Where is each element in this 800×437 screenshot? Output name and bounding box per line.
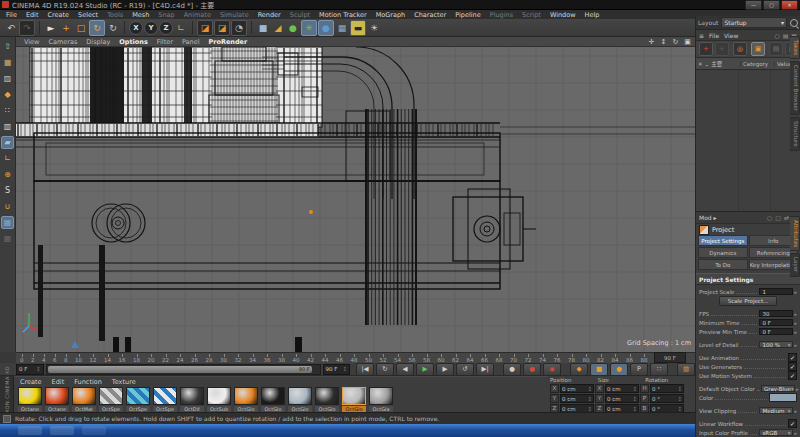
material-swatch[interactable]: OctSpe [125, 387, 151, 412]
attribute-mode-menu[interactable]: Mod ▸ [699, 214, 717, 221]
light-icon[interactable]: ☀ [367, 21, 381, 35]
edges-mode-icon[interactable]: ▥ [1, 120, 14, 133]
menu-item[interactable]: Snap [158, 11, 174, 19]
material-preview[interactable] [153, 387, 177, 405]
attribute-tab[interactable]: Project Settings [698, 235, 748, 246]
camera-icon[interactable]: ▬ [350, 20, 366, 36]
checkbox[interactable]: ✓ [788, 362, 797, 371]
viewport-menu-item[interactable]: ProRender [208, 38, 247, 46]
menu-item[interactable]: Mesh [132, 11, 149, 19]
attribute-value[interactable]: 0 F▾ [759, 319, 793, 326]
snap-icon[interactable]: S [1, 184, 14, 197]
attribute-value[interactable]: Gray-Blue▾ [761, 385, 795, 392]
size-field[interactable]: 0 cm↕ [605, 394, 639, 403]
goto-start-button[interactable]: |◀ [356, 363, 374, 376]
menu-item[interactable]: MoGraph [376, 11, 406, 19]
viewport-menu-item[interactable]: Cameras [48, 38, 77, 46]
model-mode-icon[interactable]: ■ [1, 56, 14, 69]
end-frame-field[interactable]: 90 F↕ [323, 364, 351, 375]
sep3[interactable] [192, 21, 193, 34]
coordinate-system-icon[interactable]: ∟ [174, 21, 188, 35]
lock-workplane-icon[interactable]: ▦ [1, 232, 14, 245]
keyframe-scale-toggle[interactable]: ■ [590, 363, 608, 376]
pan-view-icon[interactable]: ✛ [647, 38, 656, 46]
material-preview[interactable] [45, 387, 69, 405]
sep2[interactable] [124, 21, 125, 34]
rotation-field[interactable]: 0 °↕ [650, 394, 684, 403]
material-swatch[interactable]: Octane [17, 387, 43, 412]
attribute-tab[interactable]: Dynamics [698, 247, 748, 258]
material-preview[interactable] [180, 387, 204, 405]
material-preview[interactable] [369, 387, 393, 405]
search-icon[interactable]: ○ [767, 214, 772, 221]
side-tab[interactable]: Attributes [790, 216, 800, 251]
last-tool-icon[interactable]: ↻ [106, 21, 120, 35]
material-swatch[interactable]: OctGlo [233, 387, 259, 412]
record-active-objects-button[interactable]: ● [523, 363, 541, 376]
menu-item[interactable]: Help [585, 11, 600, 19]
viewport-menu-item[interactable]: Options [119, 38, 147, 46]
material-preview[interactable] [126, 387, 150, 405]
material-preview[interactable] [261, 387, 285, 405]
live-selection-icon[interactable]: ► [44, 21, 58, 35]
auto-take-icon[interactable]: ◎ [733, 42, 747, 56]
windows-taskbar[interactable] [0, 424, 695, 437]
menu-item[interactable]: Create [47, 11, 69, 19]
maximize-button[interactable]: ▢ [763, 0, 780, 10]
menu-item[interactable]: Plugins [490, 11, 513, 19]
viewport-menu-item[interactable]: Display [86, 38, 110, 46]
rotate-view-icon[interactable]: ↻ [671, 38, 680, 46]
close-button[interactable]: ✕ [781, 0, 798, 10]
z-axis-lock-icon[interactable]: Z [159, 21, 173, 35]
spline-pen-icon[interactable]: ◢ [271, 21, 285, 35]
axis-mode-icon[interactable]: ∟ [1, 152, 14, 165]
lock-icon[interactable]: ▢ [775, 214, 781, 221]
timeline-ruler[interactable]: 0246810121416182022242628303234363840424… [16, 352, 695, 363]
checkbox[interactable]: ✓ [788, 371, 797, 380]
side-tab[interactable]: Layer [790, 253, 800, 276]
material-swatch[interactable]: OctMat [71, 387, 97, 412]
burger-icon[interactable]: ≡ [699, 32, 704, 39]
make-editable-icon[interactable]: ⇧ [1, 40, 14, 53]
add-take-icon[interactable]: + [699, 42, 713, 56]
render-picture-viewer-icon[interactable]: ◪ [214, 20, 230, 36]
menu-item[interactable]: File [6, 11, 17, 19]
workplane-mode-icon[interactable]: ◆ [1, 88, 14, 101]
take-search-icon[interactable]: ○ [774, 32, 779, 39]
keyframe-pla-toggle[interactable]: ∷ [650, 363, 668, 376]
menu-item[interactable]: Select [78, 11, 98, 19]
subdivision-surface-icon[interactable]: ● [286, 21, 300, 35]
previous-frame-button[interactable]: ◀ [396, 363, 414, 376]
timeline-end-field[interactable]: 90 F [654, 352, 686, 363]
material-preview[interactable] [342, 387, 366, 405]
viewport-menu-item[interactable]: Panel [182, 38, 200, 46]
attribute-value[interactable]: sRGB▾ [759, 429, 793, 436]
attribute-button[interactable]: Scale Project... [719, 296, 778, 306]
zoom-view-icon[interactable]: ↕ [659, 38, 668, 46]
keyframe-parameter-toggle[interactable]: P [630, 363, 648, 376]
position-field[interactable]: 0 cm↕ [560, 394, 594, 403]
menu-item[interactable]: Sculpt [290, 11, 310, 19]
material-preview[interactable] [207, 387, 231, 405]
material-swatch[interactable]: OctGlo [341, 387, 367, 412]
workplane-icon[interactable]: ▦ [1, 216, 14, 229]
take-list[interactable] [696, 70, 800, 211]
timeline-slider[interactable]: 90 F [46, 364, 321, 375]
size-field[interactable]: 0 cm↕ [605, 384, 639, 393]
side-tab[interactable]: Content Browser [790, 61, 800, 115]
redo-icon[interactable]: ↷ [19, 20, 35, 36]
goto-end-button[interactable]: ▶| [476, 363, 494, 376]
sep1[interactable] [39, 21, 40, 34]
viewport-menu-item[interactable]: Filter [157, 38, 173, 46]
render-settings-icon[interactable]: ◔ [231, 20, 247, 36]
menu-item[interactable]: Script [522, 11, 541, 19]
deformer-icon[interactable]: ● [318, 20, 334, 36]
points-mode-icon[interactable]: ∷ [1, 104, 14, 117]
keyframe-rotation-toggle[interactable]: ● [610, 363, 628, 376]
keyframe-position-toggle[interactable]: ◆ [570, 363, 588, 376]
generator-array-icon[interactable]: ✳ [301, 20, 317, 36]
play-mode-button[interactable]: ↻ [376, 363, 394, 376]
delete-take-icon[interactable]: + [715, 42, 729, 56]
attribute-tab[interactable]: To Do [698, 259, 748, 270]
material-swatch[interactable]: OctGlo [260, 387, 286, 412]
